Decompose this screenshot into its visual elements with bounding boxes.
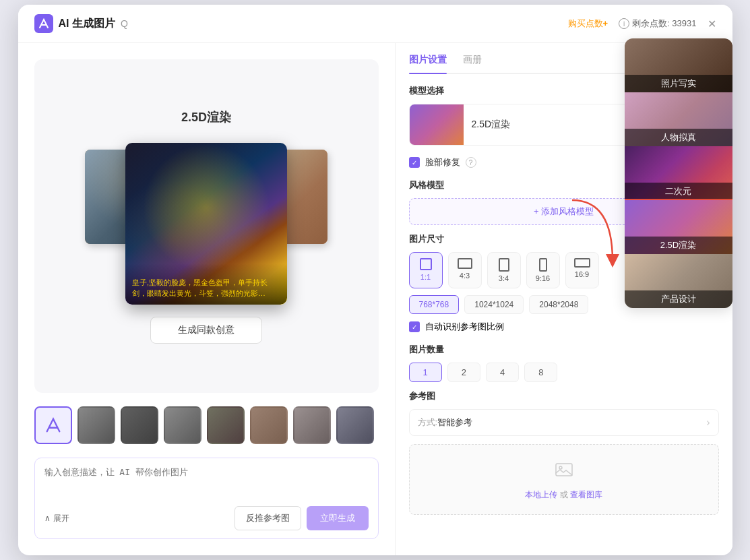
px-768[interactable]: 768*768 bbox=[409, 295, 460, 314]
text-input-actions: ∧ 展开 反推参考图 立即生成 bbox=[44, 506, 369, 530]
model-side-2d5-wrap: 2.5D渲染 bbox=[625, 200, 732, 254]
ref-upload-area[interactable]: 本地上传 或 查看图库 bbox=[409, 444, 719, 515]
svg-rect-0 bbox=[34, 14, 53, 33]
ref-method-label: 方式: bbox=[418, 416, 438, 429]
thumb-4[interactable] bbox=[207, 406, 245, 444]
model-side-anime-wrap: 二次元 bbox=[625, 146, 732, 200]
local-upload-link[interactable]: 本地上传 bbox=[525, 490, 557, 499]
model-side-product-label: 产品设计 bbox=[625, 290, 732, 308]
face-repair-label: 脸部修复 bbox=[425, 156, 460, 168]
generate-now-button[interactable]: 立即生成 bbox=[307, 506, 369, 530]
model-side-portrait[interactable]: 人物拟真 bbox=[625, 92, 732, 146]
model-side-product-wrap: 产品设计 bbox=[625, 254, 732, 308]
auto-detect-label: 自动识别参考图比例 bbox=[425, 321, 504, 333]
app-window: AI 生成图片 Q 购买点数+ i 剩余点数: 33931 ✕ 2.5D渲染 bbox=[18, 5, 732, 555]
svg-rect-2 bbox=[556, 464, 572, 476]
count-4[interactable]: 4 bbox=[486, 363, 519, 382]
ratio-9-16[interactable]: 9:16 bbox=[526, 252, 560, 288]
ratio-1-1[interactable]: 1:1 bbox=[409, 252, 443, 288]
upload-links: 本地上传 或 查看图库 bbox=[423, 489, 705, 501]
thumb-5[interactable] bbox=[250, 406, 288, 444]
ref-section: 参考图 方式: 智能参考 › 本地上传 bbox=[409, 390, 719, 515]
canvas-area: 2.5D渲染 皇子,坚毅的脸庞，黑金色盔甲，单手持长剑，眼睛发出黄光，斗笠，强烈… bbox=[34, 59, 379, 393]
face-repair-help-icon[interactable]: ? bbox=[466, 157, 476, 168]
model-side-anime-label: 二次元 bbox=[625, 183, 732, 200]
thumbnail-strip bbox=[34, 404, 379, 447]
count-buttons: 1 2 4 8 bbox=[409, 363, 719, 382]
action-buttons: 反推参考图 立即生成 bbox=[235, 506, 369, 530]
ratio-4-3[interactable]: 4:3 bbox=[448, 252, 482, 288]
model-side-photo-wrap: 照片写实 bbox=[625, 38, 732, 92]
count-2[interactable]: 2 bbox=[447, 363, 480, 382]
ratio-16-9[interactable]: 16:9 bbox=[565, 252, 599, 288]
thumb-1[interactable] bbox=[77, 406, 115, 444]
gallery-link[interactable]: 查看图库 bbox=[570, 490, 602, 499]
upload-icon bbox=[423, 458, 705, 484]
model-thumbnail bbox=[410, 104, 464, 145]
image-stack: 皇子,坚毅的脸庞，黑金色盔甲，单手持长剑，眼睛发出黄光，斗笠，强烈的光影… bbox=[112, 136, 301, 311]
text-input-area: ∧ 展开 反推参考图 立即生成 bbox=[34, 458, 379, 539]
px-2048[interactable]: 2048*2048 bbox=[529, 295, 588, 314]
reverse-ref-button[interactable]: 反推参考图 bbox=[235, 506, 301, 530]
svg-point-3 bbox=[559, 466, 562, 469]
or-text: 或 bbox=[560, 490, 568, 499]
thumb-7[interactable] bbox=[336, 406, 374, 444]
svg-rect-1 bbox=[36, 408, 71, 443]
info-icon[interactable]: i bbox=[619, 18, 629, 29]
ref-method-value: 智能参考 bbox=[437, 416, 472, 429]
model-side-anime[interactable]: 二次元 bbox=[625, 146, 732, 200]
model-side-2d5-label: 2.5D渲染 bbox=[625, 237, 732, 254]
main-content: 2.5D渲染 皇子,坚毅的脸庞，黑金色盔甲，单手持长剑，眼睛发出黄光，斗笠，强烈… bbox=[18, 43, 732, 555]
points-info: i 剩余点数: 33931 bbox=[619, 18, 696, 30]
main-image[interactable]: 皇子,坚毅的脸庞，黑金色盔甲，单手持长剑，眼睛发出黄光，斗笠，强烈的光影… bbox=[125, 143, 287, 305]
model-side-portrait-label: 人物拟真 bbox=[625, 129, 732, 146]
model-side-panel: 照片写实 人物拟真 二次元 2.5D渲染 bbox=[625, 38, 732, 308]
image-caption: 皇子,坚毅的脸庞，黑金色盔甲，单手持长剑，眼睛发出黄光，斗笠，强烈的光影… bbox=[125, 263, 287, 305]
tab-gallery[interactable]: 画册 bbox=[463, 54, 482, 73]
count-section-title: 图片数量 bbox=[409, 344, 719, 356]
left-panel: 2.5D渲染 皇子,坚毅的脸庞，黑金色盔甲，单手持长剑，眼睛发出黄光，斗笠，强烈… bbox=[18, 43, 396, 555]
auto-detect-row: ✓ 自动识别参考图比例 bbox=[409, 321, 719, 333]
generate-same-button[interactable]: 生成同款创意 bbox=[150, 317, 262, 344]
search-label[interactable]: Q bbox=[121, 18, 128, 29]
count-1[interactable]: 1 bbox=[409, 363, 442, 382]
thumb-logo[interactable] bbox=[34, 406, 72, 444]
face-repair-checkbox[interactable]: ✓ bbox=[409, 157, 420, 168]
count-8[interactable]: 8 bbox=[524, 363, 557, 382]
ref-method-row[interactable]: 方式: 智能参考 › bbox=[409, 409, 719, 436]
ref-section-title: 参考图 bbox=[409, 390, 719, 402]
tab-settings[interactable]: 图片设置 bbox=[409, 54, 447, 73]
thumb-2[interactable] bbox=[121, 406, 158, 444]
header: AI 生成图片 Q 购买点数+ i 剩余点数: 33931 ✕ bbox=[18, 5, 732, 43]
canvas-title: 2.5D渲染 bbox=[181, 109, 231, 125]
model-side-product[interactable]: 产品设计 bbox=[625, 254, 732, 308]
model-side-photo[interactable]: 照片写实 bbox=[625, 38, 732, 92]
expand-button[interactable]: ∧ 展开 bbox=[44, 513, 69, 524]
ratio-3-4[interactable]: 3:4 bbox=[487, 252, 521, 288]
header-right: 购买点数+ i 剩余点数: 33931 ✕ bbox=[568, 18, 716, 30]
header-left: AI 生成图片 Q bbox=[34, 14, 128, 33]
logo-icon bbox=[34, 14, 53, 33]
auto-detect-checkbox[interactable]: ✓ bbox=[409, 321, 420, 332]
thumb-6[interactable] bbox=[293, 406, 331, 444]
close-icon[interactable]: ✕ bbox=[708, 18, 716, 30]
model-side-photo-label: 照片写实 bbox=[625, 75, 732, 92]
points-count: 剩余点数: 33931 bbox=[632, 18, 696, 30]
prompt-input[interactable] bbox=[44, 466, 369, 499]
model-side-2d5[interactable]: 2.5D渲染 bbox=[625, 200, 732, 254]
count-section: 图片数量 1 2 4 8 bbox=[409, 344, 719, 382]
header-title: AI 生成图片 bbox=[59, 17, 115, 31]
buy-points-button[interactable]: 购买点数+ bbox=[568, 18, 608, 30]
thumb-3[interactable] bbox=[164, 406, 201, 444]
model-side-portrait-wrap: 人物拟真 bbox=[625, 92, 732, 146]
ref-method-arrow: › bbox=[706, 416, 710, 429]
px-1024[interactable]: 1024*1024 bbox=[464, 295, 524, 314]
